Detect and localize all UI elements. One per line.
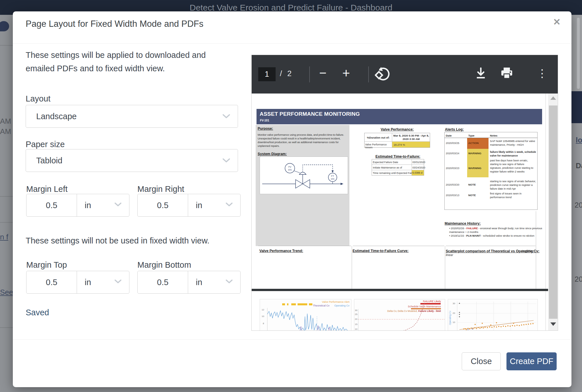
ttf-heading: Estimated Time-to-Failure: xyxy=(372,155,424,159)
pdf-toolbar: 1 / 2 − + xyxy=(252,55,558,94)
valve-performance-heading: Valve Performance: xyxy=(364,127,430,131)
modal-header-divider xyxy=(13,43,571,44)
print-icon[interactable] xyxy=(500,67,513,81)
alerts-col-date: Date xyxy=(446,134,452,137)
alert-date: 2020/03/13 xyxy=(446,194,459,197)
scroll-up-icon[interactable] xyxy=(550,96,556,100)
chevron-down-icon xyxy=(222,112,230,121)
background-fragment: lo xyxy=(576,136,582,145)
saved-status[interactable]: Saved xyxy=(26,308,49,317)
maintenance-heading: Maintenance History: xyxy=(445,222,481,226)
chart-sketch xyxy=(260,299,351,331)
purpose-text: Monitor valve performance using process … xyxy=(258,133,346,148)
ttf-value-highlight: 6.0386 d xyxy=(412,170,424,175)
page-count-slash: / xyxy=(280,69,282,78)
issues-value-highlight: 18.274 % xyxy=(392,142,430,147)
alerts-col-notes: Notes xyxy=(490,134,497,137)
margin-top-group: in xyxy=(26,271,129,294)
background-dashboard-title: Detect Valve Erosion and Predict Failure… xyxy=(0,3,582,13)
report-title: ASSET PERFORMANCE MONITORING xyxy=(260,111,360,117)
pdf-preview-panel: 1 / 2 − + xyxy=(251,55,558,331)
divider xyxy=(353,246,444,246)
chevron-down-icon[interactable] xyxy=(114,279,122,285)
margin-bottom-label: Margin Bottom xyxy=(137,260,191,270)
chart-sketch xyxy=(448,299,538,331)
close-button[interactable]: Close xyxy=(462,352,501,370)
maintenance-item: • 2019/11/15 - PLN MAINT - scheduled val… xyxy=(449,234,545,237)
alert-notes: SAP Noti# 10548985 entered for valve mai… xyxy=(490,139,536,147)
pdf-viewport: ASSET PERFORMANCE MONITORING FV-101 Purp… xyxy=(252,94,558,331)
pdf-page-1: ASSET PERFORMANCE MONITORING FV-101 Purp… xyxy=(253,94,546,289)
background-fragment: See xyxy=(0,288,13,297)
curve-heading: Estimated Time-to-Failure Curve: xyxy=(353,249,408,253)
kebab-menu-icon[interactable]: ⋮ xyxy=(537,67,548,80)
svg-text:FT: FT xyxy=(331,175,334,177)
layout-select-value: Landscape xyxy=(36,112,77,121)
margin-bottom-input[interactable] xyxy=(138,271,188,293)
chart-cv-scatterplot: Operating Cv 30 20 10 xyxy=(448,299,538,331)
alert-date: 2020/03/25 xyxy=(446,141,459,145)
paper-size-select[interactable]: Tabloid xyxy=(26,149,238,172)
alert-type: ACTION xyxy=(468,141,479,145)
scatter-note: targeting xyxy=(522,249,534,253)
alerts-table: Date Type Notes 2020/03/25 ACTION SAP No… xyxy=(444,132,538,210)
chevron-down-icon[interactable] xyxy=(225,202,233,208)
ttf-row-value: 6.0386 d xyxy=(412,171,422,174)
zoom-in-icon[interactable]: + xyxy=(342,65,350,81)
page-layout-modal: Page Layout for Fixed Width Mode and PDF… xyxy=(13,11,571,387)
background-divider xyxy=(0,45,13,46)
scatter-note: linear xyxy=(446,253,453,257)
fixed-width-note: These settings will not be used in fixed… xyxy=(26,236,209,245)
chart-ttf-curve: FAILURE Likely Schedule Valve Maintenanc… xyxy=(354,299,445,331)
page-separator xyxy=(252,289,548,291)
background-navy-band xyxy=(571,91,582,123)
margin-left-input[interactable] xyxy=(27,194,77,216)
margin-right-label: Margin Right xyxy=(137,184,184,194)
alert-notes: starting to see signs of erratic behavio… xyxy=(490,179,536,190)
margin-top-input[interactable] xyxy=(27,271,77,293)
modal-description: These settings will be applied to downlo… xyxy=(26,48,214,75)
page-number-input[interactable]: 1 xyxy=(258,67,276,81)
chart-sketch xyxy=(354,299,445,331)
background-divider xyxy=(0,196,13,197)
download-icon[interactable] xyxy=(475,67,487,81)
ttf-row-label: Time remaining until Expected Failure xyxy=(373,172,416,174)
background-divider xyxy=(0,222,13,223)
toolbar-divider xyxy=(309,66,310,82)
margin-bottom-group: in xyxy=(137,271,241,294)
margin-right-input[interactable] xyxy=(138,194,188,216)
chevron-down-icon[interactable] xyxy=(225,279,233,285)
preview-scrollbar[interactable] xyxy=(548,94,558,331)
divider xyxy=(188,194,188,216)
background-fragment: 20 xyxy=(575,201,582,210)
background-fragment: AM xyxy=(0,127,11,136)
background-scrollbar xyxy=(577,18,580,89)
svg-text:101: 101 xyxy=(288,168,292,171)
create-pdf-button[interactable]: Create PDF xyxy=(506,352,557,370)
scrollbar-thumb[interactable] xyxy=(549,105,557,319)
chevron-down-icon[interactable] xyxy=(114,202,122,208)
alert-notes: first signs of issues seen in performanc… xyxy=(490,192,536,199)
layout-select[interactable]: Landscape xyxy=(26,105,238,128)
zoom-out-icon[interactable]: − xyxy=(319,66,327,80)
modal-footer-divider xyxy=(13,339,571,340)
margin-left-unit-value: in xyxy=(85,201,91,210)
divider xyxy=(352,246,352,289)
page-count-total: 2 xyxy=(287,69,292,78)
maintenance-date: 2020/02/26 xyxy=(451,227,464,230)
divider xyxy=(446,246,536,246)
system-diagram-box: FV 101 FT 101 xyxy=(260,157,348,194)
maintenance-text: - scheduled valve stroke to ensure no st… xyxy=(481,234,534,237)
divider xyxy=(188,271,188,293)
close-icon[interactable]: ✕ xyxy=(553,17,561,27)
background-fragment: AM xyxy=(0,117,11,126)
margin-bottom-unit-value: in xyxy=(196,278,202,287)
chevron-down-icon xyxy=(222,156,230,165)
valve-diagram: FV 101 FT 101 xyxy=(260,157,348,194)
alerts-heading: Alerts Log: xyxy=(445,127,464,131)
scroll-down-icon[interactable] xyxy=(550,322,556,326)
rotate-icon[interactable] xyxy=(375,66,390,83)
ttf-row-label: Expected Failure Date xyxy=(373,161,398,164)
background-fragment: Da xyxy=(576,161,582,170)
background-fragment: 20 xyxy=(575,275,582,284)
